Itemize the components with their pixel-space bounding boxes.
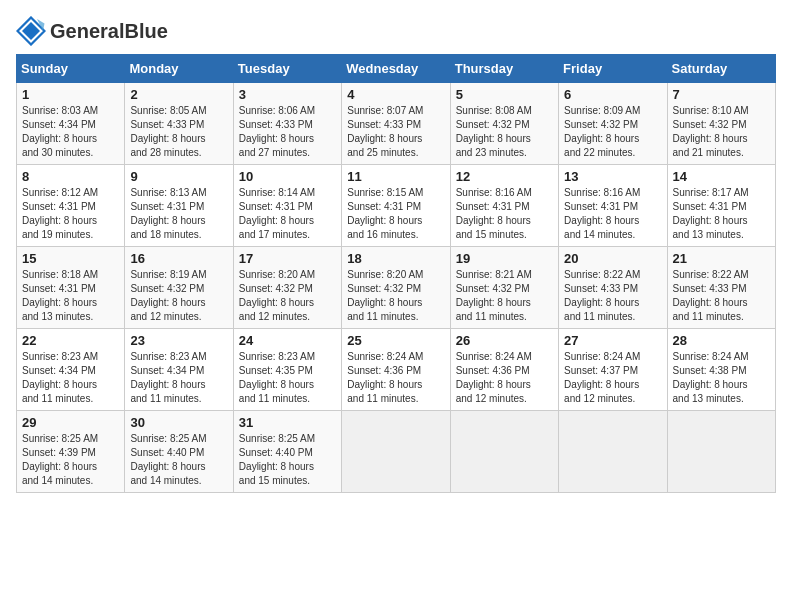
day-info: Sunrise: 8:20 AM Sunset: 4:32 PM Dayligh…	[239, 268, 336, 324]
logo: GeneralBlue	[16, 16, 168, 46]
day-number: 8	[22, 169, 119, 184]
day-info: Sunrise: 8:25 AM Sunset: 4:39 PM Dayligh…	[22, 432, 119, 488]
table-row: 3Sunrise: 8:06 AM Sunset: 4:33 PM Daylig…	[233, 83, 341, 165]
table-row	[667, 411, 775, 493]
table-row: 9Sunrise: 8:13 AM Sunset: 4:31 PM Daylig…	[125, 165, 233, 247]
col-header-thursday: Thursday	[450, 55, 558, 83]
day-number: 10	[239, 169, 336, 184]
day-info: Sunrise: 8:19 AM Sunset: 4:32 PM Dayligh…	[130, 268, 227, 324]
table-row: 25Sunrise: 8:24 AM Sunset: 4:36 PM Dayli…	[342, 329, 450, 411]
table-row: 19Sunrise: 8:21 AM Sunset: 4:32 PM Dayli…	[450, 247, 558, 329]
day-info: Sunrise: 8:20 AM Sunset: 4:32 PM Dayligh…	[347, 268, 444, 324]
day-info: Sunrise: 8:14 AM Sunset: 4:31 PM Dayligh…	[239, 186, 336, 242]
day-number: 13	[564, 169, 661, 184]
day-info: Sunrise: 8:25 AM Sunset: 4:40 PM Dayligh…	[130, 432, 227, 488]
day-info: Sunrise: 8:16 AM Sunset: 4:31 PM Dayligh…	[564, 186, 661, 242]
day-info: Sunrise: 8:08 AM Sunset: 4:32 PM Dayligh…	[456, 104, 553, 160]
table-row: 21Sunrise: 8:22 AM Sunset: 4:33 PM Dayli…	[667, 247, 775, 329]
day-number: 18	[347, 251, 444, 266]
table-row: 2Sunrise: 8:05 AM Sunset: 4:33 PM Daylig…	[125, 83, 233, 165]
table-row: 14Sunrise: 8:17 AM Sunset: 4:31 PM Dayli…	[667, 165, 775, 247]
table-row: 28Sunrise: 8:24 AM Sunset: 4:38 PM Dayli…	[667, 329, 775, 411]
day-number: 31	[239, 415, 336, 430]
day-info: Sunrise: 8:15 AM Sunset: 4:31 PM Dayligh…	[347, 186, 444, 242]
logo-general: General	[50, 20, 124, 42]
table-row: 31Sunrise: 8:25 AM Sunset: 4:40 PM Dayli…	[233, 411, 341, 493]
table-row: 8Sunrise: 8:12 AM Sunset: 4:31 PM Daylig…	[17, 165, 125, 247]
day-number: 9	[130, 169, 227, 184]
day-info: Sunrise: 8:24 AM Sunset: 4:38 PM Dayligh…	[673, 350, 770, 406]
day-info: Sunrise: 8:24 AM Sunset: 4:36 PM Dayligh…	[347, 350, 444, 406]
day-number: 25	[347, 333, 444, 348]
day-number: 12	[456, 169, 553, 184]
table-row: 15Sunrise: 8:18 AM Sunset: 4:31 PM Dayli…	[17, 247, 125, 329]
day-info: Sunrise: 8:25 AM Sunset: 4:40 PM Dayligh…	[239, 432, 336, 488]
table-row: 13Sunrise: 8:16 AM Sunset: 4:31 PM Dayli…	[559, 165, 667, 247]
day-info: Sunrise: 8:24 AM Sunset: 4:36 PM Dayligh…	[456, 350, 553, 406]
day-number: 6	[564, 87, 661, 102]
table-row	[450, 411, 558, 493]
table-row: 24Sunrise: 8:23 AM Sunset: 4:35 PM Dayli…	[233, 329, 341, 411]
day-number: 15	[22, 251, 119, 266]
table-row: 22Sunrise: 8:23 AM Sunset: 4:34 PM Dayli…	[17, 329, 125, 411]
table-row: 6Sunrise: 8:09 AM Sunset: 4:32 PM Daylig…	[559, 83, 667, 165]
table-row	[342, 411, 450, 493]
day-info: Sunrise: 8:10 AM Sunset: 4:32 PM Dayligh…	[673, 104, 770, 160]
day-number: 27	[564, 333, 661, 348]
day-number: 5	[456, 87, 553, 102]
day-info: Sunrise: 8:05 AM Sunset: 4:33 PM Dayligh…	[130, 104, 227, 160]
day-info: Sunrise: 8:22 AM Sunset: 4:33 PM Dayligh…	[564, 268, 661, 324]
day-info: Sunrise: 8:09 AM Sunset: 4:32 PM Dayligh…	[564, 104, 661, 160]
day-number: 24	[239, 333, 336, 348]
day-number: 3	[239, 87, 336, 102]
col-header-saturday: Saturday	[667, 55, 775, 83]
day-number: 14	[673, 169, 770, 184]
table-row: 16Sunrise: 8:19 AM Sunset: 4:32 PM Dayli…	[125, 247, 233, 329]
day-info: Sunrise: 8:21 AM Sunset: 4:32 PM Dayligh…	[456, 268, 553, 324]
day-number: 30	[130, 415, 227, 430]
day-info: Sunrise: 8:24 AM Sunset: 4:37 PM Dayligh…	[564, 350, 661, 406]
day-number: 29	[22, 415, 119, 430]
col-header-sunday: Sunday	[17, 55, 125, 83]
day-number: 21	[673, 251, 770, 266]
logo-blue-text: Blue	[124, 20, 167, 42]
col-header-wednesday: Wednesday	[342, 55, 450, 83]
day-number: 4	[347, 87, 444, 102]
day-number: 2	[130, 87, 227, 102]
table-row: 18Sunrise: 8:20 AM Sunset: 4:32 PM Dayli…	[342, 247, 450, 329]
table-row: 11Sunrise: 8:15 AM Sunset: 4:31 PM Dayli…	[342, 165, 450, 247]
day-number: 23	[130, 333, 227, 348]
day-number: 17	[239, 251, 336, 266]
table-row: 4Sunrise: 8:07 AM Sunset: 4:33 PM Daylig…	[342, 83, 450, 165]
day-info: Sunrise: 8:22 AM Sunset: 4:33 PM Dayligh…	[673, 268, 770, 324]
day-number: 19	[456, 251, 553, 266]
table-row: 7Sunrise: 8:10 AM Sunset: 4:32 PM Daylig…	[667, 83, 775, 165]
day-number: 20	[564, 251, 661, 266]
table-row: 17Sunrise: 8:20 AM Sunset: 4:32 PM Dayli…	[233, 247, 341, 329]
day-info: Sunrise: 8:12 AM Sunset: 4:31 PM Dayligh…	[22, 186, 119, 242]
col-header-tuesday: Tuesday	[233, 55, 341, 83]
day-info: Sunrise: 8:07 AM Sunset: 4:33 PM Dayligh…	[347, 104, 444, 160]
day-number: 22	[22, 333, 119, 348]
day-info: Sunrise: 8:23 AM Sunset: 4:34 PM Dayligh…	[130, 350, 227, 406]
day-info: Sunrise: 8:06 AM Sunset: 4:33 PM Dayligh…	[239, 104, 336, 160]
table-row	[559, 411, 667, 493]
col-header-monday: Monday	[125, 55, 233, 83]
table-row: 1Sunrise: 8:03 AM Sunset: 4:34 PM Daylig…	[17, 83, 125, 165]
day-info: Sunrise: 8:13 AM Sunset: 4:31 PM Dayligh…	[130, 186, 227, 242]
day-number: 1	[22, 87, 119, 102]
day-number: 7	[673, 87, 770, 102]
day-number: 11	[347, 169, 444, 184]
col-header-friday: Friday	[559, 55, 667, 83]
day-number: 16	[130, 251, 227, 266]
table-row: 26Sunrise: 8:24 AM Sunset: 4:36 PM Dayli…	[450, 329, 558, 411]
table-row: 23Sunrise: 8:23 AM Sunset: 4:34 PM Dayli…	[125, 329, 233, 411]
table-row: 12Sunrise: 8:16 AM Sunset: 4:31 PM Dayli…	[450, 165, 558, 247]
day-number: 26	[456, 333, 553, 348]
table-row: 29Sunrise: 8:25 AM Sunset: 4:39 PM Dayli…	[17, 411, 125, 493]
day-info: Sunrise: 8:03 AM Sunset: 4:34 PM Dayligh…	[22, 104, 119, 160]
logo-icon	[16, 16, 46, 46]
table-row: 20Sunrise: 8:22 AM Sunset: 4:33 PM Dayli…	[559, 247, 667, 329]
day-info: Sunrise: 8:23 AM Sunset: 4:34 PM Dayligh…	[22, 350, 119, 406]
calendar-table: SundayMondayTuesdayWednesdayThursdayFrid…	[16, 54, 776, 493]
